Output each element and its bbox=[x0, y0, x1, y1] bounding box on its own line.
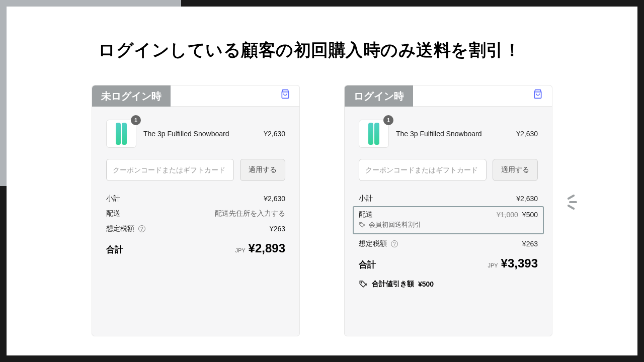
tag-icon bbox=[359, 221, 366, 228]
apply-button[interactable]: 適用する bbox=[493, 159, 538, 181]
tax-label: 想定税額 ? bbox=[359, 239, 398, 248]
card-tab-label: ログイン時 bbox=[345, 85, 413, 107]
subtotal-label: 小計 bbox=[359, 194, 373, 203]
total-label: 合計 bbox=[106, 244, 123, 255]
currency-code: JPY bbox=[235, 247, 245, 253]
product-price: ¥2,630 bbox=[264, 130, 285, 138]
tax-label: 想定税額 ? bbox=[106, 224, 145, 233]
shopping-bag-icon bbox=[533, 88, 543, 102]
tax-value: ¥263 bbox=[522, 240, 538, 248]
product-price: ¥2,630 bbox=[516, 130, 538, 138]
checkout-card-logged-out: 未ログイン時 1 The 3p Fulfilled Snowboard ¥2,6… bbox=[92, 85, 300, 336]
discount-name: 会員初回送料割引 bbox=[369, 220, 421, 229]
tax-value: ¥263 bbox=[270, 225, 285, 233]
product-name: The 3p Fulfilled Snowboard bbox=[143, 130, 257, 138]
product-name: The 3p Fulfilled Snowboard bbox=[396, 130, 509, 138]
line-item: 1 The 3p Fulfilled Snowboard ¥2,630 bbox=[106, 120, 285, 148]
info-icon[interactable]: ? bbox=[391, 240, 398, 247]
svg-point-1 bbox=[361, 282, 362, 283]
tags-icon bbox=[359, 280, 368, 289]
shipping-original-price: ¥1,000 bbox=[497, 211, 518, 219]
shipping-value: ¥1,000¥500 bbox=[497, 211, 538, 219]
line-item: 1 The 3p Fulfilled Snowboard ¥2,630 bbox=[359, 120, 538, 148]
subtotal-value: ¥2,630 bbox=[516, 195, 538, 203]
savings-label: 合計値引き額 bbox=[372, 280, 414, 289]
currency-code: JPY bbox=[488, 262, 498, 268]
shopping-bag-icon bbox=[280, 88, 290, 102]
qty-badge: 1 bbox=[383, 115, 393, 125]
checkout-card-logged-in: ログイン時 1 The 3p Fulfilled Snowboard ¥2,63… bbox=[344, 85, 552, 336]
page-title: ログインしている顧客の初回購入時のみ送料を割引！ bbox=[7, 7, 637, 62]
subtotal-label: 小計 bbox=[106, 194, 120, 203]
svg-point-0 bbox=[360, 223, 361, 224]
apply-button[interactable]: 適用する bbox=[240, 159, 285, 181]
shipping-label: 配送 bbox=[106, 209, 120, 218]
product-thumbnail: 1 bbox=[359, 120, 389, 148]
total-label: 合計 bbox=[359, 259, 376, 270]
total-value: JPY¥2,893 bbox=[235, 241, 285, 255]
savings-value: ¥500 bbox=[418, 280, 434, 288]
subtotal-value: ¥2,630 bbox=[264, 195, 285, 203]
shipping-discounted-price: ¥500 bbox=[522, 211, 538, 219]
coupon-input[interactable] bbox=[106, 159, 234, 181]
shipping-label: 配送 bbox=[359, 210, 373, 219]
card-tab-label: 未ログイン時 bbox=[92, 85, 171, 107]
total-value: JPY¥3,393 bbox=[488, 256, 538, 270]
qty-badge: 1 bbox=[131, 115, 141, 125]
coupon-input[interactable] bbox=[359, 159, 487, 181]
product-thumbnail: 1 bbox=[106, 120, 136, 148]
total-savings-row: 合計値引き額 ¥500 bbox=[359, 270, 538, 289]
shipping-note: 配送先住所を入力する bbox=[215, 209, 285, 218]
info-icon[interactable]: ? bbox=[138, 225, 145, 232]
shipping-discount-highlight: 配送 ¥1,000¥500 会員初回送料割引 bbox=[353, 206, 544, 234]
